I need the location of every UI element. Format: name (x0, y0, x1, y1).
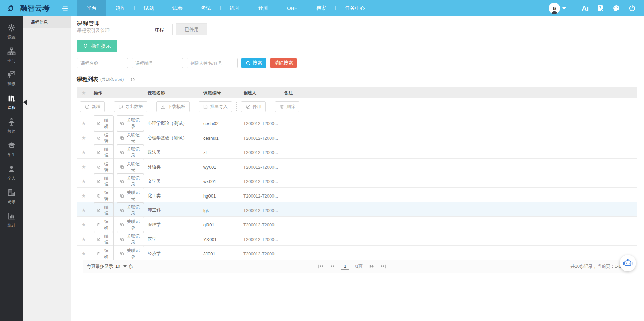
favorite-star-icon[interactable]: ★ (77, 164, 90, 170)
sidebar-item-teachers[interactable]: 教师 (0, 114, 23, 138)
secondary-sidebar: 课程信息 (23, 16, 71, 321)
course-code-input[interactable] (132, 58, 183, 68)
svg-text:?: ? (599, 6, 601, 10)
sidebar-item-personal[interactable]: 个人 (0, 161, 23, 185)
nav-item-1[interactable]: 题库 (106, 0, 134, 16)
row-actions: 编辑 关联记录 (90, 202, 144, 218)
favorite-star-icon[interactable]: ★ (77, 120, 90, 127)
nav-item-3[interactable]: 试卷 (163, 0, 192, 16)
top-navbar: 融智云考 平台题库试题试卷考试练习评测OBE档案任务中心 ? Ai ? (0, 0, 644, 16)
favorite-star-icon[interactable]: ★ (77, 251, 90, 257)
creator-input[interactable] (187, 58, 238, 68)
ai-assistant-icon[interactable]: Ai (582, 4, 589, 12)
course-code: wx001 (200, 179, 240, 184)
edit-button[interactable]: 编辑 (94, 231, 114, 247)
nav-item-6[interactable]: 评测 (249, 0, 278, 16)
theme-palette-icon[interactable] (612, 4, 620, 12)
table-body: ★ 编辑 关联记录 心理学概论（测试） ceshi02 T200012-T200… (77, 115, 637, 260)
sidebar-item-label: 统计 (8, 223, 16, 228)
nav-item-5[interactable]: 练习 (221, 0, 249, 16)
search-button[interactable]: 搜索 (242, 58, 266, 68)
row-actions: 编辑 关联记录 (90, 159, 144, 175)
next-page-button[interactable] (368, 264, 374, 269)
nav-item-7[interactable]: OBE (278, 0, 307, 16)
related-records-button[interactable]: 关联记录 (117, 231, 144, 247)
delete-button[interactable]: 删除 (275, 101, 299, 112)
sidebar-item-settings[interactable]: 设置 (0, 20, 23, 43)
add-button[interactable]: 新增 (80, 101, 105, 112)
collapse-menu-icon[interactable] (62, 6, 68, 12)
ai-robot-button[interactable] (620, 255, 636, 271)
batch-import-button[interactable]: 批量导入 (199, 101, 232, 112)
logout-power-icon[interactable] (628, 4, 636, 12)
related-records-button[interactable]: 关联记录 (117, 246, 144, 262)
favorite-star-icon[interactable]: ★ (77, 236, 90, 242)
operation-tips-button[interactable]: 操作提示 (77, 40, 117, 52)
nav-item-4[interactable]: 考试 (192, 0, 220, 16)
export-data-button[interactable]: 导出数据 (114, 101, 147, 112)
related-records-button[interactable]: 关联记录 (117, 115, 144, 132)
divider (270, 102, 270, 111)
col-actions: 操作 (90, 90, 144, 96)
nav-item-8[interactable]: 档案 (307, 0, 335, 16)
refresh-icon[interactable] (130, 77, 135, 82)
edit-icon (97, 136, 101, 140)
favorite-star-icon[interactable]: ★ (77, 149, 90, 155)
related-records-button[interactable]: 关联记录 (117, 217, 144, 233)
page-size-select[interactable]: 10 (115, 264, 127, 269)
favorite-star-icon[interactable]: ★ (77, 193, 90, 199)
sidebar-item-departments[interactable]: 部门 (0, 43, 23, 67)
copy-icon (120, 193, 124, 198)
edit-button[interactable]: 编辑 (94, 115, 114, 132)
tab-courses[interactable]: 课程 (146, 24, 173, 35)
user-menu[interactable]: ? (549, 3, 566, 14)
tab-disabled[interactable]: 已停用 (176, 23, 207, 35)
avatar[interactable]: ? (549, 3, 560, 14)
last-page-button[interactable] (380, 264, 386, 269)
related-records-button[interactable]: 关联记录 (117, 202, 144, 218)
course-name: 化工类 (144, 193, 200, 199)
sidebar-item-courses[interactable]: 课程 (0, 91, 23, 114)
nav-item-2[interactable]: 试题 (135, 0, 163, 16)
sidebar-item-exam-rooms[interactable]: 考场 (0, 185, 23, 208)
sidebar-item-students[interactable]: 学生 (0, 138, 23, 161)
edit-button[interactable]: 编辑 (94, 217, 114, 233)
table-row: ★ 编辑 关联记录 文学类 wx001 T200012-T2000... (77, 173, 637, 188)
course-name-input[interactable] (77, 58, 128, 68)
subsidebar-item-course-info[interactable]: 课程信息 (23, 16, 71, 28)
first-page-button[interactable] (318, 264, 324, 269)
table-row: ★ 编辑 关联记录 心理学基础（测试） ceshi01 T200012-T200… (77, 130, 637, 144)
disable-button[interactable]: 停用 (241, 101, 266, 112)
course-creator: T200012-T2000... (240, 208, 281, 213)
favorite-star-icon[interactable]: ★ (77, 178, 90, 184)
edit-button[interactable]: 编辑 (94, 246, 114, 262)
related-records-button[interactable]: 关联记录 (117, 159, 144, 175)
course-code: zf (200, 150, 240, 155)
sidebar-item-classes[interactable]: 班级 (0, 67, 23, 91)
edit-button[interactable]: 编辑 (94, 130, 114, 146)
course-code: JJ001 (200, 251, 240, 256)
related-records-button[interactable]: 关联记录 (117, 173, 144, 189)
current-page-input[interactable]: 1 (341, 263, 349, 270)
sidebar-item-statistics[interactable]: 统计 (0, 208, 23, 232)
edit-button[interactable]: 编辑 (94, 173, 114, 189)
help-doc-icon[interactable]: ? (597, 4, 605, 12)
nav-item-9[interactable]: 任务中心 (336, 0, 374, 16)
favorite-star-icon[interactable]: ★ (77, 207, 90, 213)
nav-item-0[interactable]: 平台 (77, 0, 106, 16)
related-records-button[interactable]: 关联记录 (117, 188, 144, 204)
related-records-button[interactable]: 关联记录 (117, 144, 144, 160)
favorite-star-icon[interactable]: ★ (77, 222, 90, 228)
clear-search-button[interactable]: 清除搜索 (270, 58, 297, 68)
edit-button[interactable]: 编辑 (94, 202, 114, 218)
related-records-button[interactable]: 关联记录 (117, 130, 144, 146)
favorite-star-icon[interactable]: ★ (77, 135, 90, 141)
course-creator: T200012-T2000... (240, 193, 281, 199)
edit-button[interactable]: 编辑 (94, 144, 114, 160)
edit-button[interactable]: 编辑 (94, 159, 114, 175)
prev-page-button[interactable] (330, 264, 335, 269)
edit-button[interactable]: 编辑 (94, 188, 114, 204)
download-template-button[interactable]: 下载模板 (156, 101, 190, 112)
pagination-bar: 每页最多显示 10 条 1 /1页 (83, 260, 629, 273)
edit-icon (97, 208, 101, 213)
